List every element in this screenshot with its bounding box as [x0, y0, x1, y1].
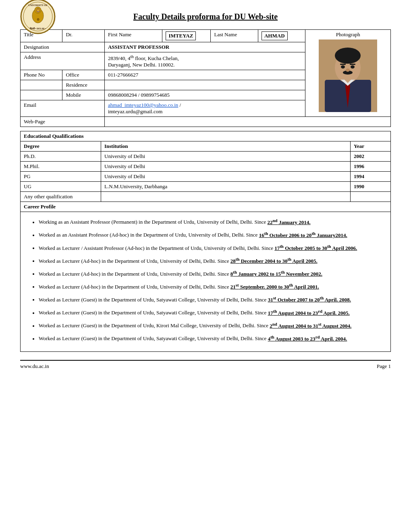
phone-label: Phone No: [21, 70, 62, 80]
address-value: 2839/40, 4th floor, Kucha Chelan, Daryag…: [104, 52, 305, 70]
edu-section-label: Educational Qualifications: [21, 131, 391, 141]
webpage-value: [104, 117, 390, 127]
email-value2: imteyaz.urdu@gmail.com: [108, 108, 162, 114]
svg-rect-16: [340, 64, 346, 65]
svg-text:⚙: ⚙: [37, 18, 39, 21]
personal-info-table: Title Dr. First Name IMTEYAZ Last Name A…: [20, 29, 391, 127]
degree-cell: M.Phil.: [21, 162, 101, 172]
last-name-value: AHMAD: [258, 30, 305, 42]
career-list: Working as an Assistant Professor (Perma…: [29, 217, 382, 343]
svg-rect-17: [350, 64, 355, 65]
footer-page: Page 1: [377, 363, 391, 370]
photo-label: Photograph: [309, 31, 387, 38]
year-cell: 2002: [351, 152, 391, 162]
edu-qualifications-table: Educational Qualifications Degree Instit…: [20, 131, 391, 212]
residence-label: Residence: [62, 80, 104, 90]
year-cell: 1990: [351, 182, 391, 192]
university-logo: UNIVERSITY OF दिल्ली • DELHI • 🦁 ⚙: [20, 0, 56, 35]
edu-row: Any other qualification: [21, 192, 391, 202]
mobile-label: Mobile: [62, 90, 104, 100]
career-list-item: Worked as an Assistant Professor (Ad-hoc…: [39, 230, 382, 239]
svg-text:UNIVERSITY OF: UNIVERSITY OF: [28, 4, 48, 6]
webpage-label: Web-Page: [21, 117, 105, 127]
page-header: UNIVERSITY OF दिल्ली • DELHI • 🦁 ⚙ Facul…: [20, 12, 391, 21]
designation-label: Designation: [21, 42, 105, 52]
svg-point-15: [351, 65, 355, 69]
svg-point-14: [341, 65, 345, 69]
career-list-item: Worked as Lecturer / Assistant Professor…: [39, 243, 382, 253]
year-cell: 1994: [351, 172, 391, 182]
phone-spacer: [21, 80, 62, 90]
residence-value: [104, 80, 305, 90]
year-cell: [351, 192, 391, 202]
institution-cell: University of Delhi: [101, 162, 351, 172]
career-list-item: Working as an Assistant Professor (Perma…: [39, 217, 382, 227]
year-header: Year: [351, 141, 391, 152]
career-list-item: Worked as Lecturer (Guest) in the Depart…: [39, 308, 382, 317]
page-title: Faculty Details proforma for DU Web-site: [133, 12, 278, 21]
svg-point-13: [335, 48, 361, 64]
first-name-value: IMTEYAZ: [162, 30, 211, 42]
year-cell: 1996: [351, 162, 391, 172]
edu-row: UG L.N.M.University, Darbhanga 1990: [21, 182, 391, 192]
address-label: Address: [21, 52, 105, 70]
email-link1[interactable]: ahmad_imteyaz100@yahoo.co.in: [108, 102, 178, 108]
last-name-label: Last Name: [211, 30, 258, 42]
career-profile-box: Working as an Assistant Professor (Perma…: [20, 212, 391, 351]
institution-header: Institution: [101, 141, 351, 152]
edu-row: PG University of Delhi 1994: [21, 172, 391, 182]
institution-cell: L.N.M.University, Darbhanga: [101, 182, 351, 192]
designation-value: ASSISTANT PROFESSOR: [104, 42, 305, 52]
degree-cell: Any other qualification: [21, 192, 101, 202]
career-list-item: Worked as Lecturer (Guest) in the Depart…: [39, 320, 382, 330]
institution-cell: University of Delhi: [101, 152, 351, 162]
svg-point-19: [346, 69, 350, 72]
career-list-item: Worked as Lecturer (Guest) in the Depart…: [39, 333, 382, 343]
degree-cell: Ph.D.: [21, 152, 101, 162]
svg-text:🦁: 🦁: [36, 8, 41, 13]
career-list-item: Worked as Lecturer (Ad-hoc) in the Depar…: [39, 256, 382, 266]
career-list-item: Worked as Lecturer (Ad-hoc) in the Depar…: [39, 269, 382, 278]
email-label: Email: [21, 100, 105, 117]
degree-cell: PG: [21, 172, 101, 182]
institution-cell: [101, 192, 351, 202]
faculty-photo: [319, 39, 377, 112]
footer-website: www.du.ac.in: [20, 363, 49, 370]
degree-cell: UG: [21, 182, 101, 192]
career-section-label: Career Profile: [21, 202, 391, 212]
career-list-item: Worked as Lecturer (Guest) in the Depart…: [39, 295, 382, 304]
career-list-item: Worked as Lecturer (Ad-hoc) in the Depar…: [39, 282, 382, 291]
edu-row: M.Phil. University of Delhi 1996: [21, 162, 391, 172]
photograph-cell: Photograph: [305, 30, 391, 117]
office-label: Office: [62, 70, 104, 80]
institution-cell: University of Delhi: [101, 172, 351, 182]
page-footer: www.du.ac.in Page 1: [20, 360, 391, 370]
office-value: 011-27666627: [104, 70, 305, 80]
email-value: ahmad_imteyaz100@yahoo.co.in / imteyaz.u…: [104, 100, 305, 117]
mobile-spacer: [21, 90, 62, 100]
title-value: Dr.: [62, 30, 104, 42]
svg-text:दिल्ली • DELHI •: दिल्ली • DELHI •: [29, 27, 46, 30]
edu-row: Ph.D. University of Delhi 2002: [21, 152, 391, 162]
degree-header: Degree: [21, 141, 101, 152]
mobile-value: 09868008294 / 09899754685: [104, 90, 305, 100]
first-name-label: First Name: [104, 30, 162, 42]
